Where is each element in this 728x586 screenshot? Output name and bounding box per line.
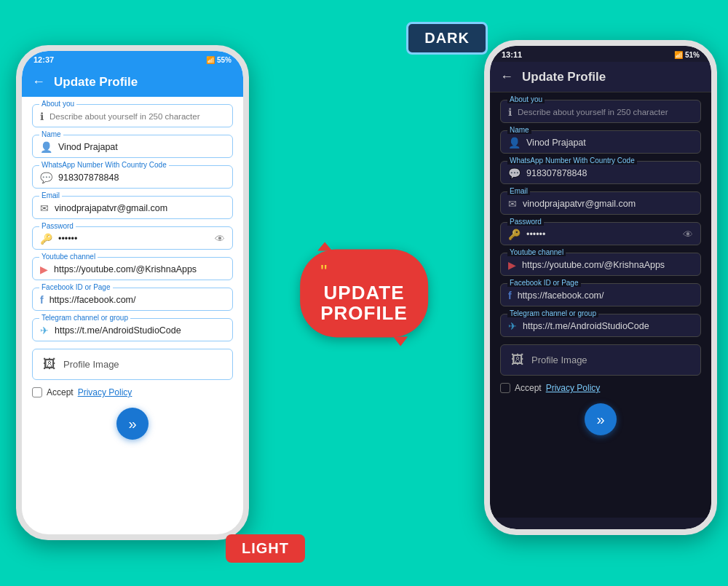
label-email-light: Email	[39, 191, 62, 199]
field-name-dark: Name 👤 Vinod Prajapat	[500, 130, 701, 154]
privacy-link-light[interactable]: Privacy Policy	[78, 387, 132, 397]
about-text-light: Describe about yourself in 250 character	[50, 112, 225, 121]
status-bar-dark: 13:11 📶 51%	[490, 46, 711, 62]
facebook-text-dark: https://facebook.com/	[518, 290, 693, 301]
badge-line2: PROFILE	[320, 304, 408, 325]
profile-image-field-dark[interactable]: 🖼 Profile Image	[500, 344, 701, 376]
light-label-text: LIGHT	[242, 540, 289, 556]
submit-button-light[interactable]: »	[116, 408, 149, 440]
youtube-icon-dark: ▶	[508, 259, 516, 271]
toolbar-light: ← Update Profile	[22, 67, 243, 97]
submit-area-light: »	[32, 408, 233, 447]
youtube-text-dark: https://youtube.com/@KrishnaApps	[522, 260, 693, 270]
telegram-text-dark: https://t.me/AndroidStudioCode	[523, 321, 693, 331]
field-about-dark: About you ℹ Describe about yourself in 2…	[500, 100, 701, 123]
whatsapp-text-light: 918307878848	[58, 173, 225, 183]
label-telegram-dark: Telegram channel or group	[507, 309, 598, 317]
field-telegram-dark: Telegram channel or group ✈ https://t.me…	[500, 314, 701, 337]
accept-checkbox-light[interactable]	[32, 387, 42, 397]
whatsapp-text-dark: 918307878848	[526, 168, 693, 178]
privacy-link-dark[interactable]: Privacy Policy	[546, 383, 601, 393]
submit-button-dark[interactable]: »	[585, 403, 617, 435]
image-icon-light: 🖼	[43, 357, 56, 372]
label-youtube-light: Youtube channel	[39, 253, 98, 261]
field-whatsapp-light: WhatsApp Number With Country Code 💬 9183…	[32, 165, 233, 189]
profile-image-label-dark: Profile Image	[531, 355, 587, 365]
submit-area-dark: »	[500, 403, 701, 443]
label-facebook-dark: Facebook ID or Page	[507, 279, 581, 287]
toolbar-dark: ← Update Profile	[490, 62, 711, 92]
badge-line1: UPDATE	[320, 282, 408, 304]
accept-row-light: Accept Privacy Policy	[32, 387, 233, 397]
signal-dark: 📶	[674, 51, 683, 59]
field-email-light: Email ✉ vinodprajapatvr@gmail.com	[32, 196, 233, 219]
submit-icon-light: »	[128, 416, 136, 432]
whatsapp-icon-dark: 💬	[508, 167, 521, 179]
label-password-dark: Password	[507, 218, 544, 226]
label-whatsapp-dark: WhatsApp Number With Country Code	[507, 157, 637, 165]
back-button-dark[interactable]: ←	[500, 69, 513, 84]
time-dark: 13:11	[502, 50, 522, 59]
battery-light: 55%	[217, 56, 232, 64]
label-email-dark: Email	[507, 187, 530, 195]
label-about-light: About you	[39, 100, 76, 108]
telegram-icon-light: ✈	[40, 325, 49, 336]
input-email-dark[interactable]: ✉ vinodprajapatvr@gmail.com	[500, 191, 701, 215]
field-password-dark: Password 🔑 •••••• 👁	[500, 222, 701, 245]
speech-bubble: " UPDATE PROFILE	[300, 249, 428, 337]
accept-text-dark: Accept	[515, 383, 542, 393]
field-facebook-dark: Facebook ID or Page f https://facebook.c…	[500, 283, 701, 306]
dark-label: DARK	[406, 22, 488, 55]
phone-light: 12:37 📶 55% ← Update Profile About you ℹ…	[16, 45, 249, 540]
email-icon-dark: ✉	[508, 198, 517, 210]
youtube-text-light: https://youtube.com/@KrishnaApps	[54, 264, 225, 274]
email-icon-light: ✉	[40, 202, 49, 214]
accept-row-dark: Accept Privacy Policy	[500, 383, 701, 393]
submit-icon-dark: »	[596, 411, 604, 428]
facebook-icon-dark: f	[508, 290, 512, 301]
label-telegram-light: Telegram channel or group	[39, 314, 130, 322]
email-text-light: vinodprajapatvr@gmail.com	[55, 203, 225, 213]
email-text-dark: vinodprajapatvr@gmail.com	[523, 199, 693, 209]
info-icon-light: ℹ	[40, 111, 44, 122]
page-title-light: Update Profile	[54, 75, 138, 90]
field-youtube-light: Youtube channel ▶ https://youtube.com/@K…	[32, 257, 233, 280]
key-icon-light: 🔑	[40, 233, 52, 245]
telegram-text-light: https://t.me/AndroidStudioCode	[55, 325, 225, 336]
quote-open: "	[320, 262, 408, 281]
page-title-dark: Update Profile	[522, 70, 606, 84]
accept-checkbox-dark[interactable]	[500, 383, 510, 393]
label-password-light: Password	[39, 222, 76, 230]
facebook-icon-light: f	[40, 294, 44, 306]
time-light: 12:37	[33, 55, 54, 64]
field-about-light: About you ℹ Describe about yourself in 2…	[32, 104, 233, 127]
name-text-light: Vinod Prajapat	[58, 142, 225, 152]
back-button-light[interactable]: ←	[32, 74, 45, 90]
label-about-dark: About you	[507, 95, 545, 103]
label-facebook-light: Facebook ID or Page	[39, 283, 113, 291]
status-icons-dark: 📶 51%	[674, 51, 700, 59]
eye-icon-light[interactable]: 👁	[215, 233, 225, 245]
person-icon-dark: 👤	[508, 137, 521, 149]
eye-icon-dark[interactable]: 👁	[683, 229, 693, 240]
field-telegram-light: Telegram channel or group ✈ https://t.me…	[32, 318, 233, 341]
profile-image-field-light[interactable]: 🖼 Profile Image	[32, 349, 233, 380]
profile-image-label-light: Profile Image	[63, 359, 119, 370]
label-youtube-dark: Youtube channel	[507, 248, 566, 256]
field-youtube-dark: Youtube channel ▶ https://youtube.com/@K…	[500, 253, 701, 276]
input-email-light[interactable]: ✉ vinodprajapatvr@gmail.com	[32, 196, 233, 219]
telegram-icon-dark: ✈	[508, 320, 517, 332]
accept-text-light: Accept	[47, 387, 74, 397]
content-light: About you ℹ Describe about yourself in 2…	[22, 97, 243, 522]
field-password-light: Password 🔑 •••••• 👁	[32, 226, 233, 250]
key-icon-dark: 🔑	[508, 229, 521, 240]
light-label: LIGHT	[226, 534, 305, 563]
field-facebook-light: Facebook ID or Page f https://facebook.c…	[32, 288, 233, 311]
label-name-dark: Name	[507, 126, 531, 134]
name-text-dark: Vinod Prajapat	[526, 138, 693, 148]
status-icons-light: 📶 55%	[206, 56, 232, 64]
image-icon-dark: 🖼	[511, 352, 524, 368]
youtube-icon-light: ▶	[40, 264, 48, 275]
person-icon-light: 👤	[40, 141, 52, 153]
about-text-dark: Describe about yourself in 250 character	[518, 108, 693, 116]
